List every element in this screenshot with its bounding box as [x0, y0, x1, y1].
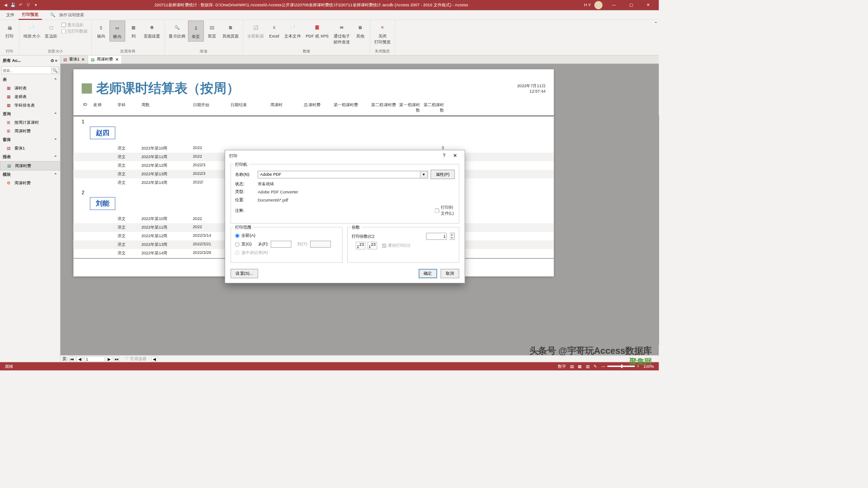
properties-button[interactable]: 属性(P) — [431, 170, 455, 179]
form-icon: ▤ — [63, 57, 67, 62]
minimize-button[interactable]: — — [606, 0, 622, 10]
landscape-button[interactable]: ▭横向 — [109, 21, 125, 42]
search-icon[interactable]: 🔍 — [52, 66, 59, 74]
zoom-out-button[interactable]: — — [599, 364, 607, 369]
more-pages-button[interactable]: ⊞其他页面 — [220, 21, 241, 41]
menu-print-preview[interactable]: 打印预览 — [19, 10, 42, 19]
avatar[interactable] — [594, 1, 603, 9]
last-page-button[interactable]: ⏭ — [113, 356, 120, 361]
nav-section-modules[interactable]: 模块⌃ — [0, 170, 60, 179]
print-range-group: 打印范围 全部(A) 页(G) 从(F): 到(T): 选中的记录(R) — [231, 227, 342, 263]
excel-button[interactable]: XExcel — [267, 21, 282, 40]
print-data-only-checkbox[interactable]: 仅打印数据 — [61, 28, 88, 34]
zoom-slider[interactable] — [608, 366, 635, 367]
save-icon[interactable]: 💾 — [10, 2, 16, 8]
more-pages-icon: ⊞ — [225, 22, 236, 33]
printer-icon: 🖨️ — [4, 22, 15, 33]
copies-input[interactable] — [426, 233, 447, 239]
page-to-input[interactable] — [310, 241, 331, 248]
refresh-all-button[interactable]: 🔄全部刷新 — [245, 21, 266, 41]
ribbon-collapse-button[interactable]: ⌃ — [653, 20, 659, 55]
setup-button[interactable]: 设置(S)... — [231, 269, 258, 278]
nav-search-input[interactable] — [1, 66, 52, 74]
chevron-up-icon: ⌃ — [54, 112, 57, 117]
help-button[interactable]: ? — [439, 150, 449, 161]
nav-item-table[interactable]: ▦课时表 — [0, 84, 60, 93]
maximize-button[interactable]: ▢ — [623, 0, 639, 10]
close-icon[interactable]: ✕ — [81, 57, 85, 62]
print-button[interactable]: 🖨️打印 — [2, 21, 17, 41]
autosave-icon[interactable]: ◀ — [3, 2, 8, 8]
filter-indicator: ▽ 无筛选器 — [125, 356, 146, 362]
zoom-button[interactable]: 🔍显示比例 — [167, 21, 188, 41]
ok-button[interactable]: 确定 — [419, 269, 437, 278]
undo-icon[interactable]: ↶ — [18, 2, 23, 8]
tab-report[interactable]: ▤周课时费✕ — [88, 56, 122, 64]
report-date: 2022年7月11日 — [517, 83, 546, 89]
dialog-close-button[interactable]: ✕ — [449, 150, 460, 161]
zoom-in-button[interactable]: + — [635, 364, 641, 369]
cancel-button[interactable]: 取消 — [441, 269, 459, 278]
pdf-xps-button[interactable]: 📕PDF 或 XPS — [304, 21, 331, 41]
nav-dropdown-icon[interactable]: ⊙ « — [51, 58, 57, 63]
qat-dropdown-icon[interactable]: ▾ — [33, 2, 38, 8]
first-page-button[interactable]: ⏮ — [69, 356, 75, 361]
close-button[interactable]: ✕ — [640, 0, 656, 10]
page-setup-button[interactable]: ⚙页面设置 — [142, 21, 162, 41]
email-button[interactable]: ✉通过电子 邮件发送 — [331, 21, 352, 47]
window-title: 220711老师课时费统计 : 数据库- D:\OneDrive\WK\1.Ac… — [38, 2, 584, 8]
query-icon: ⊞ — [7, 128, 12, 134]
prev-page-button[interactable]: ◀ — [77, 356, 83, 361]
page-from-input[interactable] — [271, 241, 292, 248]
copies-spinner[interactable]: ▴▾ — [449, 233, 454, 239]
module-icon: ⚙ — [7, 181, 12, 186]
nav-section-reports[interactable]: 报表⌃ — [0, 153, 60, 161]
chevron-down-icon[interactable]: ▾ — [420, 171, 428, 178]
view-report-icon[interactable]: ▤ — [568, 364, 576, 369]
nav-item-module[interactable]: ⚙周课时费 — [0, 179, 60, 188]
next-page-button[interactable]: ▶ — [106, 356, 113, 361]
close-preview-button[interactable]: ✕关闭 打印预览 — [372, 21, 393, 47]
nav-item-table[interactable]: ▦老师表 — [0, 93, 60, 101]
text-file-button[interactable]: 📄文本文件 — [283, 21, 303, 41]
view-print-icon[interactable]: ▦ — [576, 364, 584, 369]
range-all-radio[interactable]: 全部(A) — [235, 233, 338, 239]
close-icon[interactable]: ✕ — [115, 57, 119, 62]
tab-form1[interactable]: ▤窗体1✕ — [61, 56, 88, 64]
nav-section-forms[interactable]: 窗体⌃ — [0, 136, 60, 144]
one-page-button[interactable]: ▯单页 — [188, 21, 204, 42]
nav-item-form[interactable]: ▤窗体1 — [0, 144, 60, 153]
other-export-button[interactable]: ⊞其他 — [353, 21, 368, 41]
nav-item-table[interactable]: ▦学科排名表 — [0, 101, 60, 110]
print-to-file-checkbox[interactable]: 打印到文件(L) — [435, 205, 455, 216]
page-size-button[interactable]: 📄纸张大小 — [22, 21, 42, 41]
show-margins-checkbox[interactable]: 显示边距 — [61, 22, 88, 28]
close-preview-icon: ✕ — [377, 22, 388, 33]
range-pages-radio[interactable]: 页(G) 从(F): 到(T): — [235, 241, 338, 248]
margins-button[interactable]: ⬚页边距 — [43, 21, 59, 41]
view-design-icon[interactable]: ✎ — [592, 364, 599, 369]
scroll-left-button[interactable]: ◀ — [151, 356, 157, 361]
printer-type: Adobe PDF Converter — [258, 189, 298, 194]
two-pages-button[interactable]: ▯▯双页 — [204, 21, 219, 41]
ribbon: 🖨️打印 打印 📄纸张大小 ⬚页边距 显示边距 仅打印数据 页面大小 ▯纵向 ▭… — [0, 20, 659, 56]
landscape-icon: ▭ — [112, 22, 123, 33]
portrait-button[interactable]: ▯纵向 — [94, 21, 108, 41]
copies-group: 份数 打印份数(C):▴▾ 123 123 逐份打印(O) — [347, 227, 459, 263]
nav-section-tables[interactable]: 表⌃ — [0, 75, 60, 84]
columns-button[interactable]: ▥列 — [126, 21, 141, 41]
nav-section-queries[interactable]: 查询⌃ — [0, 110, 60, 118]
nav-item-query[interactable]: ⊞按周计算课时 — [0, 118, 60, 127]
view-layout-icon[interactable]: ▥ — [584, 364, 591, 369]
tell-me-search[interactable]: 操作说明搜索 — [56, 11, 88, 19]
table-icon: ▦ — [7, 85, 12, 91]
report-title: 老师课时结算表（按周） — [96, 80, 240, 97]
menu-file[interactable]: 文件 — [3, 11, 18, 19]
report-icon: ▤ — [7, 163, 13, 169]
nav-item-report[interactable]: ▤周课时费 — [0, 161, 60, 170]
collate-icon: 123 — [368, 242, 377, 249]
page-number-input[interactable] — [84, 356, 105, 361]
filter-icon[interactable]: ▽ — [25, 2, 31, 8]
printer-name-combobox[interactable]: ▾ — [258, 171, 428, 178]
nav-item-query[interactable]: ⊞周课时费 — [0, 127, 60, 136]
